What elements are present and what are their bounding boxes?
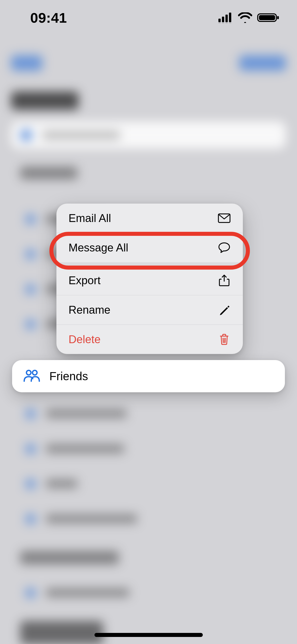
svg-rect-0 (218, 19, 221, 22)
source-list-card[interactable]: Friends (12, 360, 285, 392)
svg-point-12 (26, 370, 31, 375)
battery-icon (257, 12, 279, 23)
menu-item-rename[interactable]: Rename (56, 295, 243, 325)
context-menu: Email All Message All (56, 204, 243, 354)
menu-item-label: Rename (69, 304, 218, 316)
svg-rect-3 (229, 13, 231, 22)
svg-rect-7 (229, 23, 231, 23)
svg-rect-1 (222, 17, 224, 22)
trash-icon (218, 333, 231, 346)
share-icon (218, 274, 231, 287)
menu-item-label: Email All (69, 212, 218, 224)
status-icons (218, 12, 279, 23)
svg-rect-5 (222, 23, 224, 23)
menu-item-message-all[interactable]: Message All (56, 233, 243, 262)
menu-item-delete[interactable]: Delete (56, 325, 243, 354)
status-bar: 09:41 (0, 0, 297, 35)
menu-item-export[interactable]: Export (56, 266, 243, 295)
envelope-icon (218, 212, 231, 225)
status-time: 09:41 (30, 10, 67, 26)
svg-point-13 (32, 370, 37, 375)
menu-item-label: Delete (69, 333, 218, 346)
speech-bubble-icon (218, 241, 231, 254)
menu-item-label: Message All (69, 241, 218, 254)
svg-rect-9 (259, 15, 275, 20)
menu-item-email-all[interactable]: Email All (56, 204, 243, 233)
menu-item-label: Export (69, 274, 218, 287)
svg-rect-2 (225, 15, 228, 22)
svg-rect-10 (277, 16, 279, 19)
source-list-label: Friends (49, 369, 88, 383)
wifi-icon (238, 12, 252, 23)
svg-rect-6 (225, 23, 228, 23)
home-indicator (94, 633, 203, 637)
cellular-signal-icon (218, 12, 233, 23)
svg-rect-4 (218, 23, 221, 23)
pencil-icon (218, 303, 231, 316)
people-icon (23, 369, 40, 383)
